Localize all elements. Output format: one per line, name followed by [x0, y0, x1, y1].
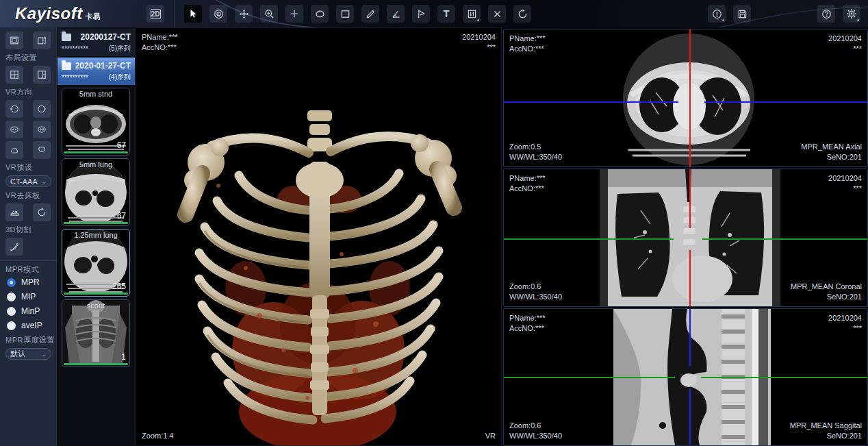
split-layout-icon [37, 70, 47, 79]
mode-2d-button[interactable]: 2D [146, 5, 164, 23]
coronal-crosshair-v-bottom[interactable] [689, 250, 691, 306]
zoom-tool-button[interactable] [260, 5, 278, 23]
coronal-crosshair-v-top[interactable] [689, 169, 691, 228]
help-button[interactable] [817, 5, 835, 23]
coronal-crosshair-h-right[interactable] [702, 238, 867, 240]
panel-toggle-left-button[interactable] [5, 32, 23, 49]
crosshair-tool-button[interactable] [285, 5, 303, 23]
mpr-mode-label: MPR模式 [5, 264, 51, 275]
vr-reset-button[interactable] [33, 203, 51, 221]
thumbnail-1-25mm-lung[interactable]: 1.25mm lung 265 [62, 229, 130, 297]
sagittal-crosshair-h-right[interactable] [701, 377, 867, 378]
thumbnail-scout[interactable]: scout 1 [62, 299, 130, 367]
info-button[interactable] [708, 5, 726, 23]
mpr-thickness-select[interactable]: 默认 ⌄ [5, 348, 51, 360]
reset-tool-button[interactable] [513, 5, 531, 23]
axial-viewport[interactable]: PName:***AccNO:*** 20210204*** Zoom:0.5W… [503, 29, 868, 167]
radio-label: aveIP [21, 321, 42, 330]
radio-icon [7, 321, 16, 330]
mpr-mode-option-aveip[interactable]: aveIP [7, 321, 51, 330]
axial-crosshair-h-right[interactable] [704, 101, 867, 103]
radio-icon [7, 307, 16, 316]
vr-bottom-view-button[interactable] [33, 141, 51, 159]
layout-grid-button[interactable] [5, 66, 23, 84]
mpr-mode-option-minp[interactable]: MinP [7, 306, 51, 316]
layout-settings-label: 布局设置 [5, 53, 51, 63]
ellipse-icon [315, 9, 325, 19]
sagittal-crosshair-v-top[interactable] [689, 309, 691, 367]
text-tool-button[interactable]: T [437, 5, 455, 23]
stack-scroll-button[interactable] [209, 5, 227, 23]
pan-tool-button[interactable] [235, 5, 253, 23]
vr-preset-select[interactable]: CT-AAA ⌄ [5, 175, 51, 187]
settings-button[interactable] [843, 5, 860, 23]
thumbnail-5mm-stnd[interactable]: 5mm stnd 67 [62, 88, 130, 156]
vr-front-view-button[interactable] [5, 121, 23, 138]
mpr-thickness-value: 默认 [10, 349, 25, 359]
mpr-thickness-label: MPR厚度设置 [5, 335, 51, 345]
seno-text: SeNO:201 [790, 431, 862, 441]
thumbnail-label: scout [62, 301, 129, 310]
vr-date-overlay: 20210204 *** [462, 32, 496, 53]
remove-bed-button[interactable] [5, 203, 23, 221]
study-date-text: 20210204 [828, 173, 862, 184]
thumbnail-progress-bar [64, 151, 128, 153]
zoom-text: Zoom:0.5 [509, 142, 562, 152]
thumbnail-5mm-lung[interactable]: 5mm lung 67 [62, 158, 130, 226]
rectangle-roi-button[interactable] [336, 5, 354, 23]
sagittal-viewport[interactable]: PName:***AccNO:*** 20210204*** Zoom:0.6W… [503, 308, 868, 446]
mpr-mode-option-mpr[interactable]: MPR [7, 277, 51, 287]
sagittal-crosshair-v-bottom[interactable] [689, 388, 691, 445]
radio-label: MPR [21, 277, 40, 287]
delete-tool-button[interactable] [488, 5, 506, 23]
text-icon: T [444, 8, 450, 19]
head-left-icon [10, 104, 19, 114]
viewport-type-text: MPR_MEAN Axial [801, 142, 862, 152]
angle-tool-button[interactable] [387, 5, 405, 23]
axial-crosshair-v[interactable] [689, 29, 691, 166]
seno-text: SeNO:201 [801, 152, 862, 162]
reset-icon [518, 9, 528, 19]
info-icon [712, 9, 722, 19]
brand-text-cn: 卡易 [86, 12, 101, 22]
mpr-mode-option-mip[interactable]: MIP [7, 292, 51, 301]
wwwl-text: WW/WL:350/40 [509, 431, 562, 441]
accno-text: AccNO:*** [509, 44, 546, 54]
vr-left-view-button[interactable] [5, 100, 23, 118]
pointer-tool-button[interactable] [184, 5, 202, 23]
study-item-2020-01-27[interactable]: 2020-01-27-CT ********** (4)序列 [58, 58, 135, 85]
axial-crosshair-h-left[interactable] [504, 101, 678, 103]
thumbnail-label: 1.25mm lung [62, 231, 129, 239]
vr-right-view-button[interactable] [33, 100, 51, 118]
vr-top-view-button[interactable] [5, 141, 23, 159]
study-series-count: (4)序列 [109, 73, 131, 82]
panel-toggle-right-button[interactable] [33, 32, 51, 49]
masked-text: *** [462, 42, 496, 53]
arrow-annotate-button[interactable] [412, 5, 430, 23]
radio-label: MIP [21, 292, 36, 301]
dicom-viewer-app: Kayisoft 卡易 2D [0, 0, 868, 446]
scalpel-button[interactable] [5, 238, 23, 256]
reset-icon [37, 208, 47, 217]
coronal-crosshair-h-left[interactable] [504, 238, 674, 240]
study-item-20200127[interactable]: 20200127-CT ********** (5)序列 [58, 29, 135, 56]
panel-flip-icon [37, 36, 47, 45]
2d-icon: 2D [151, 9, 161, 19]
sidebar-divider [0, 260, 57, 261]
pointer-icon [188, 9, 198, 18]
layout-split-button[interactable] [33, 66, 51, 84]
ellipse-roi-button[interactable] [311, 5, 329, 23]
folder-open-icon [62, 62, 71, 70]
sagittal-crosshair-h-left[interactable] [504, 377, 675, 378]
vr-back-view-button[interactable] [33, 121, 51, 138]
vr-viewport[interactable]: PName:*** AccNO:*** 20210204 *** Zoom:1.… [136, 27, 502, 446]
radio-label: MinP [21, 306, 40, 316]
coronal-viewport[interactable]: PName:***AccNO:*** 20210204*** Zoom:0.6W… [503, 169, 868, 307]
length-tool-button[interactable] [361, 5, 379, 23]
window-level-button[interactable] [463, 5, 481, 23]
save-button[interactable] [733, 5, 751, 23]
thumbnail-progress-bar [64, 363, 128, 365]
topbar-right-tools [708, 0, 868, 27]
viewport-type-text: MPR_MEAN Coronal [791, 282, 862, 292]
seno-text: SeNO:201 [791, 292, 862, 302]
